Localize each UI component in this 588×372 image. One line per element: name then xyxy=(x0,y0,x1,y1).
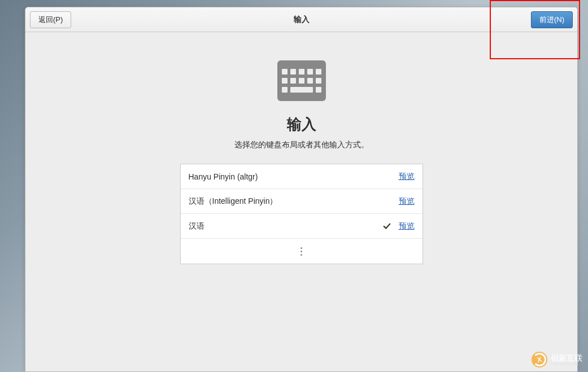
page-subtitle: 选择您的键盘布局或者其他输入方式。 xyxy=(234,140,369,150)
page-heading: 输入 xyxy=(287,115,316,134)
back-button[interactable]: 返回(P) xyxy=(30,11,71,28)
content-area: 输入 选择您的键盘布局或者其他输入方式。 Hanyu Pinyin (altgr… xyxy=(25,32,577,371)
input-source-label: 汉语（Intelligent Pinyin） xyxy=(189,196,399,207)
input-source-label: 汉语 xyxy=(189,221,383,231)
watermark-logo-icon: X xyxy=(532,352,547,367)
preview-link[interactable]: 预览 xyxy=(399,196,415,207)
watermark-sub-text: CDCXHULIAN xyxy=(551,362,582,366)
setup-window: 返回(P) 输入 前进(N) 输入 选择您的键盘布局或者其他输入方式。 Hany… xyxy=(25,7,578,372)
input-source-row[interactable]: Hanyu Pinyin (altgr) 预览 xyxy=(181,164,423,189)
input-source-list: Hanyu Pinyin (altgr) 预览 汉语（Intelligent P… xyxy=(180,164,423,264)
check-icon xyxy=(383,222,391,230)
more-button[interactable] xyxy=(181,239,423,264)
input-source-label: Hanyu Pinyin (altgr) xyxy=(189,172,399,181)
more-dots-icon xyxy=(300,247,302,256)
watermark-main-text: 创新互联 xyxy=(551,354,582,362)
input-source-row[interactable]: 汉语（Intelligent Pinyin） 预览 xyxy=(181,189,423,214)
keyboard-icon xyxy=(277,60,326,101)
window-title: 输入 xyxy=(25,15,577,25)
preview-link[interactable]: 预览 xyxy=(399,221,415,231)
input-source-row[interactable]: 汉语 预览 xyxy=(181,214,423,239)
preview-link[interactable]: 预览 xyxy=(399,172,415,182)
watermark: X 创新互联 CDCXHULIAN xyxy=(532,352,582,367)
titlebar: 返回(P) 输入 前进(N) xyxy=(25,7,577,32)
next-button[interactable]: 前进(N) xyxy=(531,11,573,28)
